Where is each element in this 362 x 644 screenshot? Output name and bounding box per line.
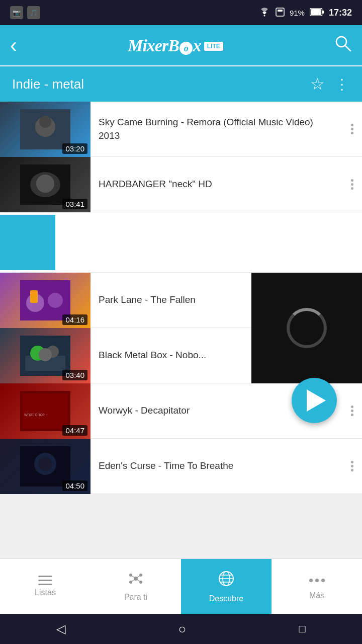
song-title: Eden's Curse - Time To Breathe [90,459,342,473]
song-item[interactable]: 04:50 Eden's Curse - Time To Breathe [0,439,362,494]
song-item-playing[interactable]: what once - 04:47 Worwyk - Decapitator [0,383,362,439]
nav-label-para-ti: Para ti [124,593,147,602]
svg-rect-4 [322,11,324,14]
song-thumbnail: 04:50 [0,439,90,494]
favorite-button[interactable]: ☆ [310,74,325,94]
song-thumbnail: 03:40 [0,328,90,383]
svg-line-6 [345,45,350,51]
song-duration: 03:41 [62,199,87,209]
svg-rect-16 [30,290,38,303]
svg-rect-3 [311,9,321,15]
song-menu-button[interactable] [342,179,362,190]
status-bar: 📷 🎵 91% 17:32 [0,0,362,25]
loading-spinner [287,308,327,348]
song-thumbnail: 03:20 [0,102,90,157]
battery-icon [310,8,324,18]
status-right-icons: 91% 17:32 [258,8,352,18]
song-item[interactable]: 04:16 Park Lane - The Fallen [0,273,362,328]
logo-lite-badge: LITE [204,42,223,51]
search-button[interactable] [334,34,352,57]
android-recents-button[interactable]: □ [299,622,306,635]
song-duration: 04:16 [62,314,87,325]
nav-label-mas: Más [309,591,324,600]
blue-placeholder-tile [0,215,55,270]
notification-icon-2: 🎵 [27,6,40,19]
more-icon [309,573,325,588]
storage-icon [276,8,285,18]
nav-label-descubre: Descubre [209,594,243,603]
play-button[interactable] [292,378,337,423]
song-title: HARDBANGER "neck" HD [90,178,342,191]
svg-point-12 [36,175,54,193]
nav-item-mas[interactable]: Más [272,559,362,614]
song-thumbnail: 04:16 [0,273,90,328]
wifi-icon [258,8,270,18]
back-button[interactable]: ‹ [10,33,17,57]
song-duration: 04:47 [62,425,87,436]
android-home-button[interactable]: ○ [178,621,186,637]
battery-text: 91% [290,9,305,17]
playlist-title: Indie - metal [12,76,310,92]
song-duration: 03:40 [62,370,87,380]
song-list: 03:20 Sky Came Burning - Remora (Officia… [0,102,362,494]
song-duration: 03:20 [62,143,87,154]
svg-text:what once -: what once - [24,412,48,417]
status-left-icons: 📷 🎵 [10,6,40,19]
svg-rect-23 [23,393,68,429]
logo-text: MixerBox [128,36,201,55]
playlist-more-button[interactable]: ⋮ [335,76,350,93]
time: 17:32 [329,8,352,18]
bottom-nav: Listas Para ti [0,558,362,614]
song-menu-button[interactable] [342,461,362,471]
svg-rect-1 [278,10,283,12]
svg-point-9 [39,116,51,128]
android-home-bar: ◁ ○ □ [0,614,362,644]
svg-point-21 [39,348,52,361]
song-menu-button[interactable] [342,406,362,416]
globe-icon [218,570,235,591]
loading-overlay [251,273,362,383]
song-item[interactable]: 03:20 Sky Came Burning - Remora (Officia… [0,102,362,157]
svg-point-15 [48,293,63,308]
tile-placeholder-row [0,212,362,273]
android-back-button[interactable]: ◁ [56,622,65,636]
logo: MixerBox LITE [128,36,223,55]
notification-icon-1: 📷 [10,6,23,19]
svg-point-27 [38,457,52,471]
play-icon [307,389,326,412]
song-title: Sky Came Burning - Remora (Official Musi… [90,116,342,142]
hamburger-icon [38,576,52,585]
svg-rect-0 [276,8,284,16]
nav-item-descubre[interactable]: Descubre [181,559,272,614]
network-icon [128,571,143,590]
song-menu-button[interactable] [342,124,362,134]
nav-item-para-ti[interactable]: Para ti [90,559,181,614]
song-thumbnail: what once - 04:47 [0,383,90,439]
song-item[interactable]: 03:41 HARDBANGER "neck" HD [0,157,362,212]
top-nav: ‹ MixerBox LITE [0,25,362,65]
playlist-header: Indie - metal ☆ ⋮ [0,66,362,102]
song-thumbnail: 03:41 [0,157,90,212]
nav-label-listas: Listas [35,588,56,597]
nav-item-listas[interactable]: Listas [0,559,90,614]
song-duration: 04:50 [62,480,87,491]
